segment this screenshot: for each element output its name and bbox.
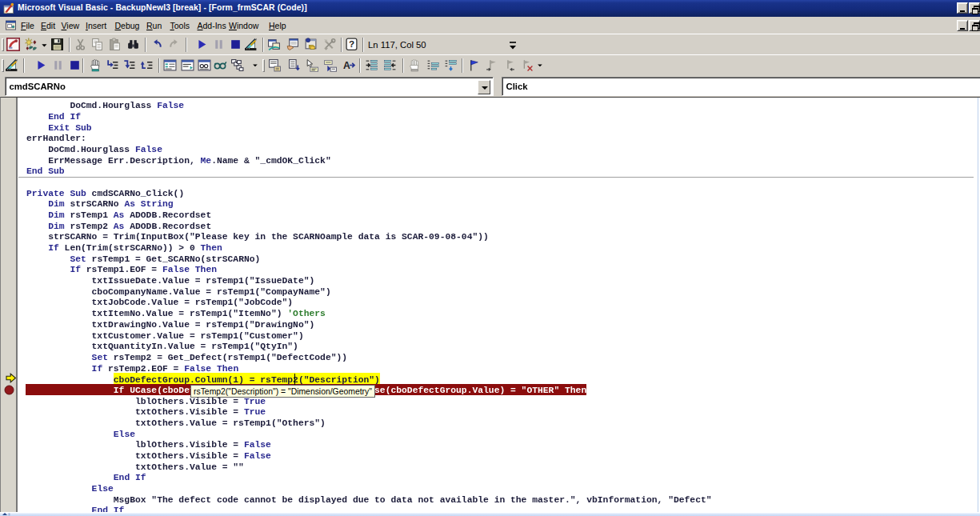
svg-text:?: ? [349, 38, 354, 49]
svg-text:A: A [343, 60, 350, 71]
